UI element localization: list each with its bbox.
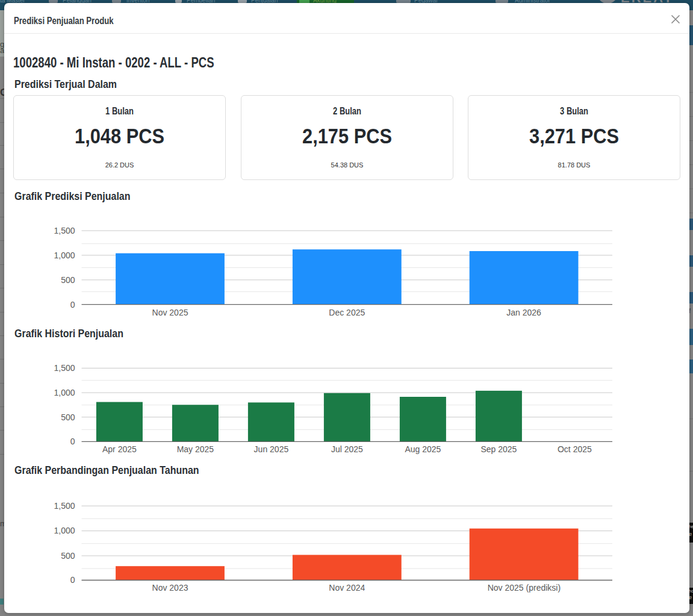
svg-text:Jun 2025: Jun 2025 [254,444,289,454]
svg-text:Jan 2026: Jan 2026 [506,308,541,317]
svg-text:1,000: 1,000 [54,388,75,397]
svg-text:Oct 2025: Oct 2025 [558,444,592,454]
svg-text:1,000: 1,000 [54,526,75,535]
svg-text:1,500: 1,500 [54,501,75,511]
svg-text:Nov 2023: Nov 2023 [152,583,188,593]
svg-text:500: 500 [61,275,75,285]
svg-text:Dec 2025: Dec 2025 [329,308,365,317]
svg-text:Jul 2025: Jul 2025 [331,444,363,454]
svg-text:500: 500 [61,551,75,561]
svg-text:0: 0 [70,300,75,310]
svg-text:Sep 2025: Sep 2025 [480,444,517,454]
svg-text:0: 0 [70,575,75,585]
svg-text:1,000: 1,000 [54,250,75,260]
svg-text:Nov 2025 (prediksi): Nov 2025 (prediksi) [488,583,561,593]
svg-text:Nov 2025: Nov 2025 [152,308,188,317]
svg-text:0: 0 [70,437,75,446]
svg-text:500: 500 [61,412,75,422]
svg-text:1,500: 1,500 [54,226,75,235]
svg-text:Aug 2025: Aug 2025 [405,444,441,454]
svg-text:Apr 2025: Apr 2025 [102,444,137,454]
svg-text:1,500: 1,500 [54,363,75,373]
svg-text:May 2025: May 2025 [177,444,214,454]
svg-text:Nov 2024: Nov 2024 [329,583,365,593]
